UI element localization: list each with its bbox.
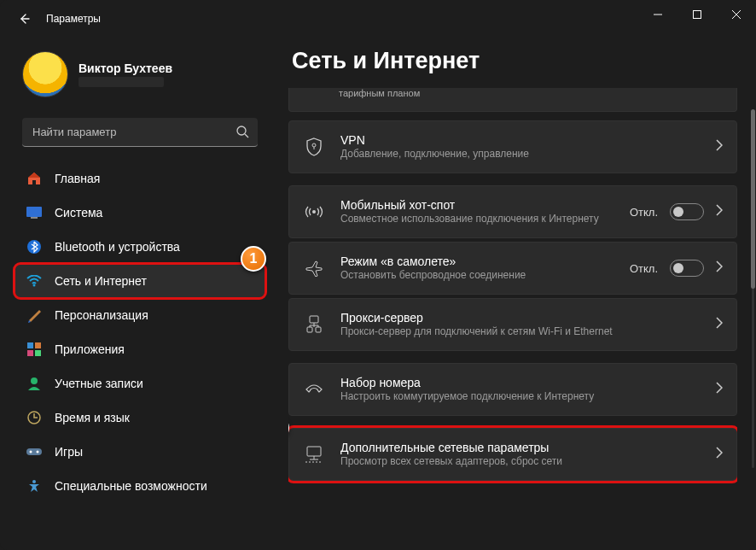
tile-vpn[interactable]: VPN Добавление, подключение, управление: [288, 120, 737, 173]
wifi-icon: [26, 272, 43, 290]
sidebar-item-label: Учетные записи: [55, 377, 143, 390]
sidebar-item-personalization[interactable]: Персонализация: [15, 299, 265, 331]
monitor-network-icon: [303, 446, 325, 463]
profile-email: [79, 77, 164, 87]
sidebar-item-label: Специальные возможности: [55, 479, 207, 493]
chevron-right-icon: [716, 382, 723, 397]
nav-list: Главная Система Bluetooth и устройства С…: [15, 162, 265, 502]
proxy-icon: [303, 315, 325, 334]
tile-dialup[interactable]: Набор номера Настроить коммутируемое под…: [288, 363, 737, 416]
chevron-right-icon: [716, 139, 723, 155]
profile-name: Виктор Бухтеев: [79, 61, 172, 75]
chevron-right-icon: [716, 447, 723, 462]
sidebar-item-bluetooth[interactable]: Bluetooth и устройства: [15, 231, 265, 263]
toggle-state: Откл.: [630, 206, 658, 219]
sidebar-item-accessibility[interactable]: Специальные возможности: [15, 470, 265, 502]
sidebar: Виктор Бухтеев Главная Система: [0, 38, 273, 550]
hotspot-toggle[interactable]: [670, 203, 704, 220]
sidebar-item-label: Bluetooth и устройства: [55, 240, 180, 254]
search-input[interactable]: [22, 118, 258, 147]
search-icon: [236, 125, 249, 142]
svg-point-1: [237, 126, 246, 135]
tile-hotspot[interactable]: Мобильный хот-спот Совместное использова…: [288, 185, 737, 238]
svg-point-15: [32, 480, 36, 483]
svg-point-14: [37, 451, 39, 453]
tile-title: Мобильный хот-спот: [340, 198, 630, 212]
sidebar-item-accounts[interactable]: Учетные записи: [15, 367, 265, 400]
page-title: Сеть и Интернет: [292, 48, 737, 74]
tile-title: Прокси-сервер: [340, 311, 716, 325]
svg-rect-20: [316, 327, 321, 332]
airplane-toggle[interactable]: [670, 260, 704, 277]
tile-sub: Прокси-сервер для подключений к сетям Wi…: [340, 325, 716, 339]
tile-sub: Остановить беспроводное соединение: [340, 269, 630, 283]
sidebar-item-label: Игры: [55, 445, 83, 459]
maximize-button[interactable]: [677, 0, 717, 29]
svg-rect-9: [35, 350, 41, 356]
tile-sub: Совместное использование подключения к И…: [340, 213, 630, 226]
svg-point-13: [30, 451, 32, 453]
tile-partial[interactable]: тарифным планом: [288, 88, 737, 112]
brush-icon: [26, 307, 43, 324]
svg-rect-0: [694, 11, 701, 19]
sidebar-item-gaming[interactable]: Игры: [15, 436, 265, 468]
sidebar-item-label: Время и язык: [55, 411, 130, 424]
person-icon: [26, 375, 43, 392]
tile-proxy[interactable]: Прокси-сервер Прокси-сервер для подключе…: [288, 298, 737, 351]
minimize-button[interactable]: [638, 0, 677, 29]
close-button[interactable]: [717, 0, 756, 29]
tile-partial-sub: тарифным планом: [339, 88, 420, 98]
sidebar-item-time-language[interactable]: Время и язык: [15, 401, 265, 434]
tile-title: Режим «в самолете»: [340, 255, 630, 268]
svg-rect-6: [27, 342, 33, 348]
phone-icon: [303, 383, 325, 396]
gamepad-icon: [26, 443, 43, 460]
system-icon: [26, 204, 43, 221]
sidebar-item-label: Персонализация: [55, 308, 148, 322]
tile-sub: Просмотр всех сетевых адаптеров, сброс с…: [340, 455, 716, 469]
svg-rect-3: [31, 217, 38, 219]
sidebar-item-home[interactable]: Главная: [15, 162, 265, 195]
chevron-right-icon: [716, 204, 723, 219]
airplane-icon: [303, 260, 325, 277]
sidebar-item-apps[interactable]: Приложения: [15, 333, 265, 366]
window-title: Параметры: [46, 13, 101, 25]
svg-point-10: [31, 377, 38, 384]
sidebar-item-label: Сеть и Интернет: [55, 274, 147, 288]
scrollbar[interactable]: [752, 109, 754, 468]
svg-point-17: [312, 210, 316, 214]
sidebar-item-label: Приложения: [55, 342, 125, 356]
titlebar: Параметры: [0, 0, 756, 38]
svg-rect-18: [310, 316, 318, 323]
svg-rect-12: [26, 448, 42, 455]
home-icon: [26, 170, 43, 187]
main-content: Сеть и Интернет тарифным планом VPN Доба…: [273, 38, 756, 550]
tile-airplane[interactable]: Режим «в самолете» Остановить беспроводн…: [288, 242, 737, 295]
chevron-right-icon: [716, 260, 723, 276]
sidebar-item-label: Главная: [55, 172, 100, 185]
shield-icon: [303, 138, 325, 156]
tile-sub: Добавление, подключение, управление: [340, 148, 716, 161]
sidebar-item-network[interactable]: Сеть и Интернет 1: [15, 265, 265, 297]
svg-rect-8: [27, 350, 33, 356]
avatar: [22, 51, 68, 97]
back-button[interactable]: [10, 5, 38, 32]
hotspot-icon: [303, 204, 325, 219]
tile-sub: Настроить коммутируемое подключение к Ин…: [340, 390, 716, 404]
svg-rect-19: [307, 327, 312, 332]
callout-1: 1: [241, 246, 266, 272]
toggle-state: Откл.: [630, 262, 658, 275]
svg-rect-2: [26, 207, 42, 217]
svg-rect-21: [307, 447, 321, 456]
sidebar-item-label: Система: [55, 206, 102, 219]
sidebar-item-system[interactable]: Система: [15, 196, 265, 229]
svg-point-16: [312, 143, 316, 147]
svg-point-5: [33, 284, 36, 287]
tile-title: VPN: [340, 133, 716, 147]
accessibility-icon: [26, 477, 43, 494]
profile-block[interactable]: Виктор Бухтеев: [15, 46, 265, 113]
tile-advanced-network[interactable]: 2 Дополнительные сетевые параметры Просм…: [288, 428, 737, 481]
apps-icon: [26, 341, 43, 358]
clock-globe-icon: [26, 409, 43, 426]
tile-title: Дополнительные сетевые параметры: [340, 441, 716, 454]
